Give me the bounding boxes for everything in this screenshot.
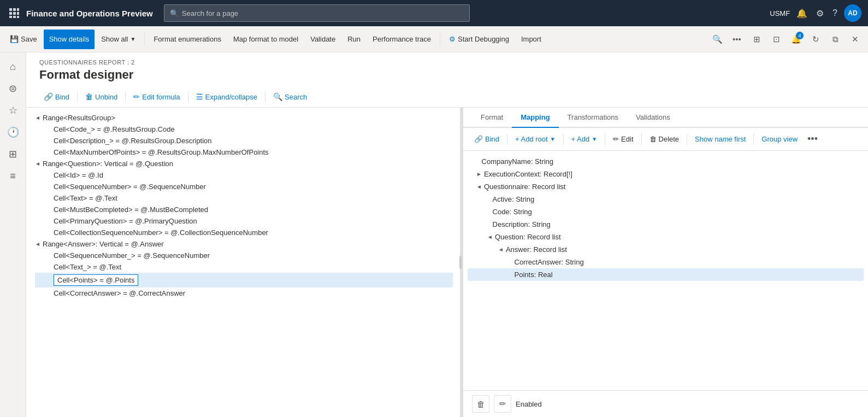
edit-formula-button[interactable]: ✏ Edit formula bbox=[129, 90, 184, 104]
tab-mapping[interactable]: Mapping bbox=[512, 108, 558, 128]
right-tree-question[interactable]: ◄ Question: Record list bbox=[468, 231, 864, 243]
popout-toolbar-icon[interactable]: ⧉ bbox=[826, 31, 844, 48]
nav-clock-icon[interactable]: 🕐 bbox=[3, 122, 23, 142]
mapping-bind-button[interactable]: 🔗 Bind bbox=[470, 132, 504, 146]
start-debugging-button[interactable]: ⚙ Start Debugging bbox=[444, 30, 515, 49]
arrow-seqnum2 bbox=[46, 252, 51, 259]
notifications-toolbar-icon[interactable]: 🔔 4 bbox=[787, 31, 805, 48]
add-root-chevron: ▼ bbox=[550, 136, 556, 142]
tree-item-mustbe[interactable]: Cell<MustBeCompleted> = @.MustBeComplete… bbox=[35, 204, 453, 215]
right-tree-company[interactable]: CompanyName: String bbox=[468, 155, 864, 168]
tree-item-resultsgroup[interactable]: ◄ Range<ResultsGroup> bbox=[35, 112, 453, 124]
tab-format[interactable]: Format bbox=[472, 108, 512, 128]
main-layout: ⌂ ⊜ ☆ 🕐 ⊞ ≡ QUESTIONNAIRES REPORT : 2 Fo… bbox=[0, 52, 868, 417]
toolbar-separator-1 bbox=[144, 33, 145, 46]
right-tree-scroll[interactable]: CompanyName: String ► ExecutionContext: … bbox=[463, 151, 868, 390]
tree-item-collseq[interactable]: Cell<CollectionSequenceNumber> = @.Colle… bbox=[35, 227, 453, 238]
nav-list-icon[interactable]: ≡ bbox=[3, 166, 23, 186]
user-avatar[interactable]: AD bbox=[844, 4, 861, 22]
refresh-toolbar-icon[interactable]: ↻ bbox=[807, 31, 824, 48]
bind-button[interactable]: 🔗 Bind bbox=[39, 90, 74, 104]
svg-rect-4 bbox=[13, 12, 16, 15]
toggle-execctx[interactable]: ► bbox=[476, 171, 482, 177]
search-content-button[interactable]: 🔍 Search bbox=[269, 90, 311, 104]
mapping-bind-icon: 🔗 bbox=[474, 135, 483, 143]
right-tree-answer[interactable]: ◄ Answer: Record list bbox=[468, 243, 864, 256]
svg-rect-2 bbox=[17, 8, 19, 11]
right-tree-execctx[interactable]: ► ExecutionContext: Record[!] bbox=[468, 168, 864, 180]
tree-item-points[interactable]: Cell<Points> = @.Points bbox=[35, 273, 453, 287]
right-tree-desc[interactable]: Description: String bbox=[468, 218, 864, 231]
toggle-question[interactable]: ◄ bbox=[487, 234, 493, 240]
toolbar-right-icons: 🔍 ••• ⊞ ⊡ 🔔 4 ↻ ⧉ ✕ bbox=[708, 31, 864, 48]
settings-icon[interactable]: ⚙ bbox=[814, 6, 826, 21]
group-view-button[interactable]: Group view bbox=[757, 132, 802, 146]
add-root-button[interactable]: + Add root ▼ bbox=[511, 132, 560, 146]
expand-collapse-button[interactable]: ☰ Expand/collapse bbox=[192, 90, 262, 104]
toggle-questionnaire[interactable]: ◄ bbox=[476, 184, 482, 190]
waffle-icon[interactable] bbox=[7, 5, 22, 21]
top-search-bar[interactable]: 🔍 Search for a page bbox=[164, 4, 470, 22]
tab-validations[interactable]: Validations bbox=[627, 108, 679, 128]
import-button[interactable]: Import bbox=[516, 30, 547, 49]
run-button[interactable]: Run bbox=[342, 30, 366, 49]
right-tree-code[interactable]: Code: String bbox=[468, 205, 864, 218]
show-name-first-button[interactable]: Show name first bbox=[690, 132, 750, 146]
right-tree-active[interactable]: Active: String bbox=[468, 193, 864, 205]
more-options-button[interactable]: ••• bbox=[804, 132, 821, 146]
grid-toolbar-icon[interactable]: ⊞ bbox=[748, 31, 765, 48]
save-button[interactable]: 💾 Save bbox=[4, 30, 43, 49]
right-tree-points[interactable]: Points: Real bbox=[468, 268, 864, 281]
right-tree-questionnaire[interactable]: ◄ Questionnaire: Record list bbox=[468, 180, 864, 193]
validate-button[interactable]: Validate bbox=[305, 30, 341, 49]
content-area: QUESTIONNAIRES REPORT : 2 Format designe… bbox=[26, 52, 868, 417]
delete-bottom-button[interactable]: 🗑 bbox=[472, 395, 489, 413]
format-enumerations-button[interactable]: Format enumerations bbox=[148, 30, 227, 49]
tree-item-seqnum2[interactable]: Cell<SequenceNumber_> = @.SequenceNumber bbox=[35, 250, 453, 261]
edit-bottom-button[interactable]: ✏ bbox=[494, 395, 511, 413]
right-tree-correctanswer[interactable]: CorrectAnswer: String bbox=[468, 256, 864, 268]
tree-item-id[interactable]: Cell<Id> = @.Id bbox=[35, 169, 453, 181]
svg-rect-3 bbox=[9, 12, 12, 15]
tree-item-text2[interactable]: Cell<Text_> = @.Text bbox=[35, 261, 453, 273]
app-title: Finance and Operations Preview bbox=[26, 9, 153, 18]
show-all-button[interactable]: Show all ▼ bbox=[96, 30, 141, 49]
close-toolbar-icon[interactable]: ✕ bbox=[846, 31, 864, 48]
svg-rect-8 bbox=[17, 16, 19, 18]
more-toolbar-icon[interactable]: ••• bbox=[728, 31, 746, 48]
nav-table-icon[interactable]: ⊞ bbox=[3, 144, 23, 164]
toggle-correctanswer bbox=[509, 259, 512, 265]
map-format-to-model-button[interactable]: Map format to model bbox=[228, 30, 304, 49]
edit-mapping-button[interactable]: ✏ Edit bbox=[609, 132, 637, 146]
tree-item-question[interactable]: ◄ Range<Question>: Vertical = @.Question bbox=[35, 158, 453, 169]
tree-item-code[interactable]: Cell<Code_> = @.ResultsGroup.Code bbox=[35, 124, 453, 135]
unbind-button[interactable]: 🗑 Unbind bbox=[81, 90, 122, 104]
search-toolbar-icon[interactable]: 🔍 bbox=[708, 31, 726, 48]
help-icon[interactable]: ? bbox=[830, 6, 840, 20]
nav-star-icon[interactable]: ☆ bbox=[3, 101, 23, 120]
format-tree: ◄ Range<ResultsGroup> Cell<Code_> = @.Re… bbox=[26, 108, 462, 303]
nav-home-icon[interactable]: ⌂ bbox=[3, 57, 23, 77]
toggle-answer[interactable]: ◄ bbox=[498, 246, 504, 252]
tree-item-seqnum[interactable]: Cell<SequenceNumber> = @.SequenceNumber bbox=[35, 181, 453, 192]
notification-icon[interactable]: 🔔 bbox=[794, 6, 810, 21]
right-tree: CompanyName: String ► ExecutionContext: … bbox=[463, 151, 868, 285]
tree-item-text[interactable]: Cell<Text> = @.Text bbox=[35, 192, 453, 204]
add-button[interactable]: + Add ▼ bbox=[567, 132, 602, 146]
tab-transformations[interactable]: Transformations bbox=[559, 108, 627, 128]
toggle-active bbox=[487, 196, 491, 202]
tree-item-correct[interactable]: Cell<CorrectAnswer> = @.CorrectAnswer bbox=[35, 287, 453, 299]
tree-item-answer[interactable]: ◄ Range<Answer>: Vertical = @.Answer bbox=[35, 238, 453, 250]
performance-trace-button[interactable]: Performance trace bbox=[367, 30, 436, 49]
edit-formula-icon: ✏ bbox=[133, 92, 140, 101]
nav-filter-icon[interactable]: ⊜ bbox=[3, 79, 23, 98]
save-icon: 💾 bbox=[10, 35, 19, 43]
resize-handle[interactable] bbox=[459, 256, 463, 269]
toggle-code bbox=[487, 209, 491, 215]
show-details-button[interactable]: Show details bbox=[44, 30, 95, 49]
tree-item-description[interactable]: Cell<Description_> = @.ResultsGroup.Desc… bbox=[35, 135, 453, 146]
tree-item-maxpoints[interactable]: Cell<MaxNumberOfPoints> = @.ResultsGroup… bbox=[35, 146, 453, 158]
extend-toolbar-icon[interactable]: ⊡ bbox=[767, 31, 785, 48]
tree-item-primaryq[interactable]: Cell<PrimaryQuestion> = @.PrimaryQuestio… bbox=[35, 215, 453, 227]
delete-mapping-button[interactable]: 🗑 Delete bbox=[645, 132, 684, 146]
